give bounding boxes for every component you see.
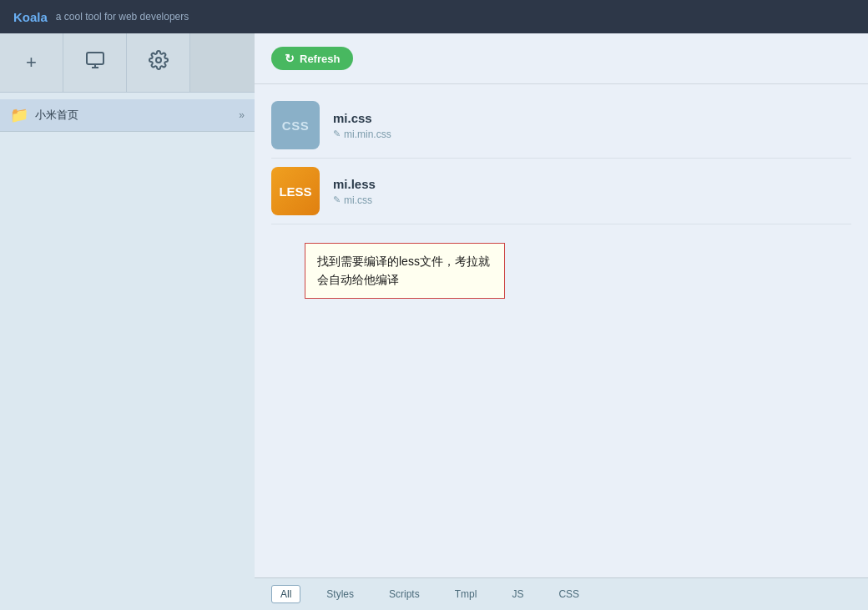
file-item-less[interactable]: LESS mi.less ✎ mi.css [271, 159, 851, 224]
tooltip-box: 找到需要编译的less文件，考拉就会自动给他编译 [305, 243, 505, 299]
svg-point-3 [156, 58, 161, 63]
project-list: 📁 小米首页 » [0, 93, 255, 610]
add-icon: + [26, 52, 37, 73]
css-badge: CSS [271, 101, 320, 149]
refresh-button[interactable]: ↻ Refresh [271, 47, 353, 70]
bottom-bar: All Styles Scripts Tmpl JS CSS [255, 577, 868, 610]
project-name: 小米首页 [35, 108, 239, 123]
refresh-label: Refresh [300, 53, 340, 65]
settings-button[interactable] [127, 33, 190, 92]
refresh-icon: ↻ [285, 52, 295, 65]
less-output: ✎ mi.css [333, 194, 376, 206]
css-output: ✎ mi.min.css [333, 129, 391, 140]
filter-js[interactable]: JS [502, 585, 532, 603]
less-badge: LESS [271, 167, 320, 215]
toolbar: + [0, 33, 255, 93]
less-output-name: mi.css [344, 194, 372, 206]
file-item-css[interactable]: CSS mi.css ✎ mi.min.css [271, 93, 851, 159]
css-output-name: mi.min.css [344, 129, 391, 140]
filter-styles[interactable]: Styles [317, 585, 363, 603]
project-item[interactable]: 📁 小米首页 » [0, 99, 255, 132]
monitor-icon [85, 50, 105, 75]
content-header: ↻ Refresh [255, 33, 868, 84]
svg-rect-0 [87, 53, 103, 64]
sidebar: + [0, 33, 255, 610]
content-area: ↻ Refresh CSS mi.css ✎ mi.min.css LESS [255, 33, 868, 610]
add-button[interactable]: + [0, 33, 63, 92]
title-bar: Koala a cool tool for web developers [0, 0, 868, 33]
filter-all[interactable]: All [271, 585, 300, 603]
filter-scripts[interactable]: Scripts [380, 585, 429, 603]
file-list: CSS mi.css ✎ mi.min.css LESS mi.less ✎ m… [255, 84, 868, 577]
css-filename: mi.css [333, 111, 391, 125]
less-filename: mi.less [333, 177, 376, 191]
file-info-css: mi.css ✎ mi.min.css [333, 111, 391, 140]
folder-icon: 📁 [10, 106, 28, 124]
output-icon-less: ✎ [333, 194, 341, 205]
project-arrow: » [239, 109, 245, 121]
app-tagline: a cool tool for web developers [56, 11, 189, 23]
app-name: Koala [13, 10, 48, 24]
filter-tmpl[interactable]: Tmpl [446, 585, 487, 603]
filter-css[interactable]: CSS [549, 585, 588, 603]
file-info-less: mi.less ✎ mi.css [333, 177, 376, 206]
monitor-button[interactable] [63, 33, 127, 92]
settings-icon [149, 50, 169, 75]
main-layout: + [0, 33, 868, 610]
output-icon-css: ✎ [333, 129, 341, 139]
tooltip-text: 找到需要编译的less文件，考拉就会自动给他编译 [317, 255, 490, 286]
